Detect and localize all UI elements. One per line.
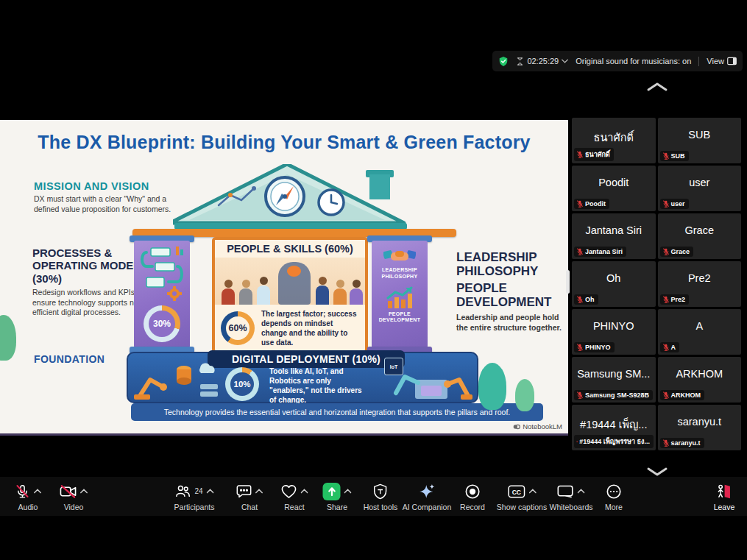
host-tools-button[interactable]: Host tools (364, 481, 398, 511)
participant-tile[interactable]: ARKHOM ARKHOM (658, 357, 742, 403)
participant-name: PHINYO (572, 320, 656, 332)
gear-icon (167, 286, 182, 301)
pillar-label-leadership: LEADERSHIP PHILOSOPHY (372, 267, 428, 280)
topbar-divider (698, 57, 699, 66)
center-pillar: PEOPLE & SKILLS (60%) 60% The largest fa… (212, 237, 368, 353)
participants-count-badge: 24 (194, 487, 202, 495)
participant-nameplate: #19444 เพ็ญพรรษา ธง... (574, 435, 654, 448)
notebooklm-watermark: NotebookLM (513, 422, 562, 430)
muted-mic-icon (662, 391, 670, 399)
people-development-heading: PEOPLE DEVELOPMENT (456, 282, 567, 309)
react-button[interactable]: React (281, 481, 308, 511)
svg-text:CC: CC (511, 488, 520, 495)
participant-name: ธนาศักดิ์ (572, 129, 656, 146)
head-silhouette (278, 262, 311, 305)
leave-button[interactable]: Leave (714, 481, 735, 511)
ai-sparkle-icon (418, 483, 435, 500)
chevron-up-icon[interactable] (207, 489, 214, 494)
heart-icon (281, 484, 297, 499)
muted-mic-icon (662, 248, 670, 255)
compass-icon (266, 177, 304, 216)
digital-body: Tools like AI, IoT, and Robotics are onl… (269, 366, 369, 405)
pillar-label-people-dev: PEOPLE DEVELOPMENT (372, 311, 428, 325)
robot-arm-left-icon (132, 359, 221, 400)
plant-decoration-right (478, 363, 506, 410)
participant-tile[interactable]: saranyu.t saranyu.t (658, 405, 742, 450)
foundation-box: DIGITAL DEPLOYMENT (10%) 10% Tools like … (127, 352, 478, 403)
people-skills-heading: PEOPLE & SKILLS (60%) (215, 240, 365, 258)
muted-mic-icon (576, 391, 584, 399)
participant-tile[interactable]: Jantana Siri Jantana Siri (572, 213, 656, 259)
participant-tile[interactable]: Grace Grace (658, 213, 742, 259)
participant-tile[interactable]: #19444 เพ็ญ... #19444 เพ็ญพรรษา ธง... (572, 405, 656, 450)
collapse-panel-down-button[interactable] (646, 466, 668, 478)
shield-icon (373, 483, 388, 500)
meeting-topbar: 02:25:29 Original sound for musicians: o… (492, 51, 743, 71)
leave-icon (716, 483, 732, 500)
people-percent: 60% (228, 323, 247, 333)
chevron-up-icon[interactable] (344, 489, 352, 494)
participant-name: Jantana Siri (572, 224, 656, 236)
shared-screen-area: The DX Blueprint: Building Your Smart & … (0, 103, 568, 458)
record-button[interactable]: Record (460, 481, 485, 511)
encryption-shield-icon[interactable] (498, 56, 509, 67)
audio-button[interactable]: Audio (15, 481, 41, 511)
hourglass-icon (516, 57, 524, 66)
chat-icon (236, 483, 252, 499)
foundation-footer: Technology provides the essential vertic… (131, 403, 543, 421)
mission-body: DX must start with a clear "Why" and a d… (34, 194, 174, 214)
notebooklm-logo-icon (513, 423, 520, 430)
chevron-up-icon[interactable] (255, 489, 263, 494)
participant-tile[interactable]: Poodit Poodit (572, 166, 656, 211)
chevron-up-icon[interactable] (578, 489, 585, 494)
share-button[interactable]: Share (323, 481, 352, 511)
people-illustration (215, 258, 365, 305)
chevron-up-icon[interactable] (34, 489, 41, 494)
process-flow-icon (138, 245, 186, 302)
participant-tile[interactable]: PHINYO PHINYO (572, 309, 656, 355)
muted-mic-icon (576, 248, 584, 255)
panel-resize-handle[interactable] (566, 270, 570, 294)
participant-tile[interactable]: Oh Oh (572, 261, 656, 307)
view-button[interactable]: View (707, 57, 737, 65)
plant-decoration-right-2 (515, 379, 534, 411)
processes-percent: 30% (153, 319, 171, 329)
participant-tile[interactable]: user user (658, 166, 742, 211)
participant-nameplate: PHINYO (574, 342, 615, 352)
participant-tile[interactable]: SUB SUB (658, 118, 742, 163)
donut-60-percent: 60% (221, 311, 255, 345)
participant-name: Grace (658, 224, 742, 236)
participant-name: Pre2 (658, 272, 742, 284)
more-icon (606, 483, 622, 500)
zoom-meeting-window: 02:25:29 Original sound for musicians: o… (0, 0, 747, 560)
video-button[interactable]: Video (60, 481, 88, 511)
muted-mic-icon (576, 200, 584, 208)
participant-tile[interactable]: A A (658, 309, 742, 355)
show-captions-button[interactable]: CC Show captions (497, 481, 547, 511)
presentation-slide: The DX Blueprint: Building Your Smart & … (0, 120, 568, 436)
muted-mic-icon (576, 344, 584, 351)
chevron-up-icon[interactable] (301, 489, 308, 494)
participant-nameplate: Pre2 (660, 294, 690, 305)
chat-button[interactable]: Chat (236, 481, 263, 511)
participant-name: Oh (572, 272, 656, 284)
right-pillar: LEADERSHIP PHILOSOPHY PEOPLE DEVELOPMENT (372, 241, 428, 348)
handshake-icon (383, 247, 416, 266)
robot-arm-right-icon (386, 361, 474, 402)
more-button[interactable]: More (605, 481, 623, 511)
participant-name: A (658, 320, 742, 332)
participant-nameplate: ARKHOM (660, 390, 705, 400)
muted-mic-icon (576, 438, 578, 445)
participant-tile[interactable]: ธนาศักดิ์ ธนาศักดิ์ (572, 118, 656, 163)
whiteboards-button[interactable]: Whiteboards (550, 481, 593, 511)
participant-tile[interactable]: Samsung SM... Samsung SM-S928B (572, 357, 656, 403)
chevron-up-icon[interactable] (528, 489, 536, 494)
collapse-panel-up-button[interactable] (646, 81, 668, 93)
view-grid-icon (727, 57, 737, 65)
chevron-up-icon[interactable] (80, 489, 88, 494)
people-skills-body: The largest factor; success depends on m… (261, 309, 359, 347)
participant-tile[interactable]: Pre2 Pre2 (658, 261, 742, 307)
participants-button[interactable]: 24 Participants (174, 481, 215, 511)
ai-companion-button[interactable]: AI Companion (403, 481, 452, 511)
meeting-timer[interactable]: 02:25:29 (516, 57, 568, 66)
